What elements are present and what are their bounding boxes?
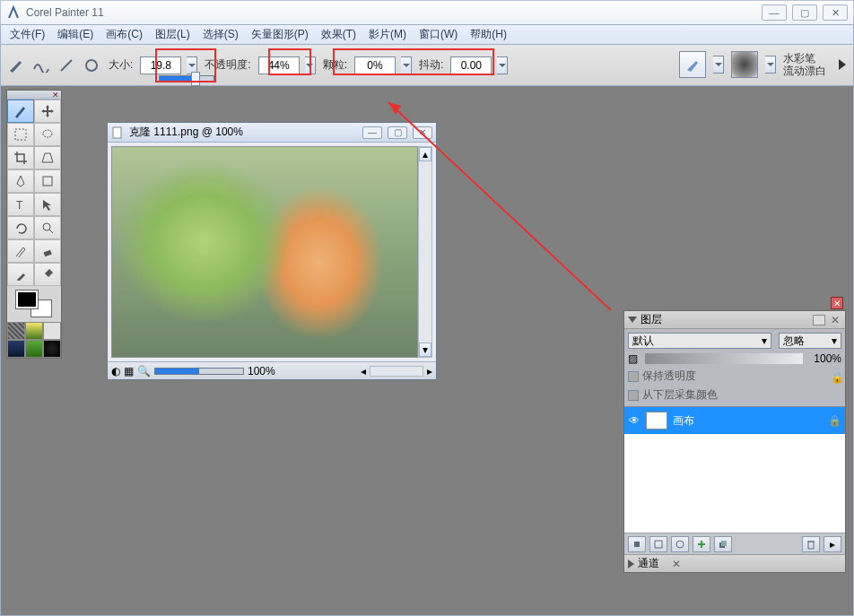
shape-tool[interactable] xyxy=(34,169,61,193)
minimize-button[interactable]: — xyxy=(762,4,787,21)
pattern-2[interactable] xyxy=(25,322,43,340)
doc-maximize-button[interactable]: ▢ xyxy=(388,126,407,139)
rotate-tool[interactable] xyxy=(7,216,34,239)
layer-opacity-slider[interactable] xyxy=(645,353,803,364)
pattern-5[interactable] xyxy=(25,340,43,358)
menu-movie[interactable]: 影片(M) xyxy=(363,25,412,44)
brush-variant-dropdown[interactable] xyxy=(765,56,776,74)
channels-triangle-icon[interactable] xyxy=(628,560,634,568)
info-icon[interactable]: ◐ xyxy=(111,365,120,377)
menu-shapes[interactable]: 矢量图形(P) xyxy=(246,25,314,44)
collapse-triangle-icon[interactable] xyxy=(628,317,637,323)
opacity-dropdown[interactable] xyxy=(305,56,316,74)
dodge-tool[interactable] xyxy=(34,216,61,239)
toolbox-header[interactable]: ✕ xyxy=(7,91,61,100)
jitter-dropdown[interactable] xyxy=(497,56,508,74)
menu-canvas[interactable]: 画布(C) xyxy=(100,25,148,44)
panel-group-close[interactable]: ✕ xyxy=(831,297,843,309)
scroll-up-button[interactable]: ▴ xyxy=(419,147,431,161)
layer-row-canvas[interactable]: 👁 画布 🔒 xyxy=(624,407,845,434)
bucket-tool[interactable] xyxy=(34,263,61,286)
lock-icon[interactable]: 🔒 xyxy=(831,371,841,382)
channels-close-icon[interactable]: ✕ xyxy=(670,558,683,570)
vertical-scrollbar[interactable]: ▴ ▾ xyxy=(418,146,432,358)
marquee-tool[interactable] xyxy=(7,123,34,146)
document-titlebar[interactable]: 克隆 1111.png @ 100% — ▢ ✕ xyxy=(108,123,436,143)
expand-arrow-icon[interactable] xyxy=(839,59,846,70)
layers-header[interactable]: 图层 ✕ xyxy=(624,311,845,329)
menu-select[interactable]: 选择(S) xyxy=(197,25,244,44)
pattern-6[interactable] xyxy=(43,340,61,358)
composite-select[interactable]: 忽略▾ xyxy=(779,333,841,349)
clone-tool[interactable] xyxy=(7,239,34,263)
layer-list[interactable]: 👁 画布 🔒 xyxy=(624,407,845,533)
pick-below-checkbox[interactable] xyxy=(628,390,639,401)
doc-minimize-button[interactable]: — xyxy=(362,126,382,139)
horizontal-scrollbar[interactable] xyxy=(370,366,423,377)
new-layer-plus-button[interactable] xyxy=(693,536,710,552)
menu-effects[interactable]: 效果(T) xyxy=(316,25,362,44)
reset-icon[interactable] xyxy=(82,56,101,75)
panel-menu-icon[interactable] xyxy=(813,315,825,325)
zoom-icon[interactable]: 🔍 xyxy=(137,365,151,377)
size-slider[interactable] xyxy=(159,75,214,82)
grain-dropdown[interactable] xyxy=(401,56,412,74)
pattern-4[interactable] xyxy=(7,340,25,358)
menu-window[interactable]: 窗口(W) xyxy=(414,25,463,44)
size-slider-thumb[interactable] xyxy=(191,72,200,86)
menu-layers[interactable]: 图层(L) xyxy=(150,25,196,44)
new-layer-button[interactable] xyxy=(649,536,667,552)
text-tool[interactable]: T xyxy=(7,193,34,216)
keep-transparency-checkbox[interactable] xyxy=(628,371,639,382)
visibility-eye-icon[interactable]: 👁 xyxy=(628,414,640,427)
brush-selector[interactable] xyxy=(679,51,706,78)
doc-close-button[interactable]: ✕ xyxy=(413,126,432,139)
panel-close-icon[interactable]: ✕ xyxy=(829,314,841,326)
layer-mask-button[interactable] xyxy=(671,536,689,552)
zoom-slider[interactable] xyxy=(154,368,244,375)
menu-help[interactable]: 帮助(H) xyxy=(465,25,512,44)
size-input[interactable]: 19.8 xyxy=(140,56,181,74)
opacity-input[interactable]: 44% xyxy=(258,56,300,74)
line-icon[interactable] xyxy=(57,56,76,75)
freehand-icon[interactable] xyxy=(31,56,51,75)
brush-dab-preview[interactable] xyxy=(731,51,758,78)
hscroll-left[interactable]: ◂ xyxy=(361,365,366,377)
close-button[interactable]: ✕ xyxy=(823,4,848,21)
menu-edit[interactable]: 编辑(E) xyxy=(52,25,99,44)
blend-mode-select[interactable]: 默认▾ xyxy=(628,333,771,349)
brush-tool[interactable] xyxy=(7,100,34,123)
property-bar: 大小: 19.8 不透明度: 44% 颗粒: 0% 抖动: 0.00 水彩笔 流… xyxy=(0,45,854,86)
dynamic-plugin-button[interactable] xyxy=(628,536,646,552)
layer-lock-icon: 🔒 xyxy=(828,414,841,427)
pattern-3[interactable] xyxy=(43,322,61,340)
grain-input[interactable]: 0% xyxy=(354,56,396,74)
pattern-1[interactable] xyxy=(7,322,25,340)
channels-header[interactable]: 通道 ✕ xyxy=(624,554,845,572)
color-wells[interactable] xyxy=(7,286,61,322)
scroll-down-button[interactable]: ▾ xyxy=(419,343,431,357)
duplicate-layer-button[interactable] xyxy=(714,536,732,552)
zoom-value: 100% xyxy=(248,365,275,377)
eyedropper-tool[interactable] xyxy=(7,263,34,286)
svg-point-6 xyxy=(43,223,50,230)
move-tool[interactable] xyxy=(34,100,61,123)
canvas-area[interactable] xyxy=(111,146,418,358)
hscroll-right[interactable]: ▸ xyxy=(427,365,432,377)
brush-tool-icon[interactable] xyxy=(6,56,26,75)
layer-options-button[interactable]: ▸ xyxy=(824,536,841,552)
crop-tool[interactable] xyxy=(7,146,34,169)
eraser-tool[interactable] xyxy=(34,239,61,263)
perspective-tool[interactable] xyxy=(34,146,61,169)
pen-tool[interactable] xyxy=(7,169,34,193)
selection-arrow-tool[interactable] xyxy=(34,193,61,216)
grid-icon[interactable]: ▦ xyxy=(124,365,134,377)
delete-layer-button[interactable] xyxy=(802,536,820,552)
jitter-input[interactable]: 0.00 xyxy=(450,56,492,74)
menu-file[interactable]: 文件(F) xyxy=(4,25,50,44)
lasso-tool[interactable] xyxy=(34,123,61,146)
svg-rect-9 xyxy=(113,127,121,138)
maximize-button[interactable]: ▢ xyxy=(792,4,817,21)
brush-category-dropdown[interactable] xyxy=(713,56,724,74)
layer-opacity-value: 100% xyxy=(814,352,841,365)
